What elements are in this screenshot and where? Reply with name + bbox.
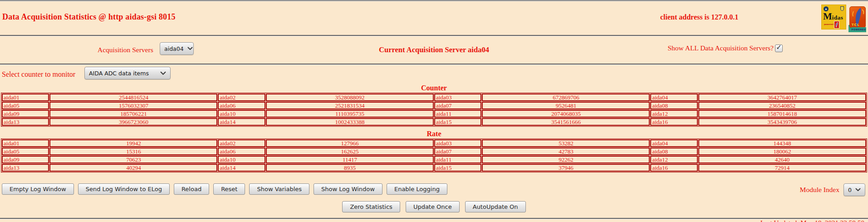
tcl-powered-logo-icon: TCL POWERED [848, 6, 867, 32]
rate-value-cell: 72914 [698, 164, 866, 172]
module-index-select-value: 0 [848, 187, 852, 193]
bottom-horizontal-rule [0, 218, 868, 219]
counter-value-cell: 1110395735 [266, 110, 434, 118]
counter-name-cell: aida14 [218, 118, 265, 126]
counter-value-cell: 2544816524 [49, 94, 217, 101]
rate-name-cell: aida06 [218, 148, 265, 155]
counter-table-row: aida09185706221aida101110395735aida11207… [2, 110, 866, 118]
rate-name-cell: aida16 [650, 164, 697, 172]
rate-name-cell: aida10 [218, 156, 265, 163]
module-index-select[interactable]: 0 [843, 183, 865, 196]
counter-name-cell: aida01 [2, 94, 49, 101]
tcl-label-text: TCL [852, 23, 859, 27]
counter-value-cell: 185706221 [49, 110, 217, 118]
acquisition-server-select[interactable]: aida04 [160, 42, 194, 55]
reset-button[interactable]: Reset [213, 183, 245, 195]
counter-name-cell: aida11 [434, 110, 481, 118]
counter-value-cell: 3543439706 [698, 118, 866, 126]
page-header: Data Acquisition Statistics @ http aidas… [0, 1, 868, 35]
counter-value-cell: 2521831534 [266, 102, 434, 109]
chevron-down-icon [187, 47, 193, 50]
update-button-group: Zero Statistics Update Once AutoUpdate O… [0, 201, 868, 212]
counter-monitor-select-value: AIDA ADC data items [89, 70, 149, 77]
acquisition-server-select-value: aida04 [164, 45, 184, 52]
rate-value-cell: 37946 [482, 164, 650, 172]
last-updated-text: Last Updated: May 18, 2021 22:58:50 [0, 219, 864, 222]
rate-name-cell: aida09 [2, 156, 49, 163]
log-toolbar-row: Empty Log Window Send Log Window to ELog… [0, 183, 868, 196]
tcl-logo-body: TCL [849, 6, 866, 28]
rate-value-cell: 42783 [482, 148, 650, 155]
zero-statistics-button[interactable]: Zero Statistics [342, 201, 400, 212]
counter-table-row: aida012544816524aida023528088092aida0367… [2, 94, 866, 101]
rate-name-cell: aida04 [650, 139, 697, 147]
rate-table: aida0119942aida02127966aida0353282aida04… [1, 138, 867, 173]
counter-table: aida012544816524aida023528088092aida0367… [1, 93, 867, 127]
chevron-down-icon [160, 71, 166, 75]
counter-monitor-label: Select counter to monitor [2, 70, 75, 79]
module-index-label: Module Index [800, 186, 839, 194]
rate-value-cell: 180062 [698, 148, 866, 155]
rate-name-cell: aida12 [650, 156, 697, 163]
counter-value-cell: 3966723060 [49, 118, 217, 126]
empty-log-window-button[interactable]: Empty Log Window [2, 183, 74, 195]
rate-table-row: aida0970623aida1011417aida1192262aida124… [2, 156, 866, 163]
midas-feather-icon [834, 21, 839, 29]
rate-value-cell: 53282 [482, 139, 650, 147]
rate-table-row: aida0515316aida06162625aida0742783aida08… [2, 148, 866, 155]
counter-name-cell: aida08 [650, 102, 697, 109]
rate-name-cell: aida07 [434, 148, 481, 155]
page-title: Data Acquisition Statistics @ http aidas… [2, 12, 176, 22]
rate-table-row: aida0119942aida02127966aida0353282aida04… [2, 139, 866, 147]
rate-value-cell: 19942 [49, 139, 217, 147]
counter-value-cell: 3541561666 [482, 118, 650, 126]
counter-name-cell: aida04 [650, 94, 697, 101]
counter-value-cell: 1587014618 [698, 110, 866, 118]
show-log-window-button[interactable]: Show Log Window [314, 183, 383, 195]
show-variables-button[interactable]: Show Variables [249, 183, 309, 195]
check-icon: ✓ [776, 44, 782, 51]
logo-group: ▲ Midas powered by TCL POW [821, 5, 867, 32]
rate-name-cell: aida02 [218, 139, 265, 147]
counter-value-cell: 3642764017 [698, 94, 866, 101]
rate-value-cell: 42640 [698, 156, 866, 163]
rate-value-cell: 144348 [698, 139, 866, 147]
rate-value-cell: 40294 [49, 164, 217, 172]
counter-name-cell: aida07 [434, 102, 481, 109]
autoupdate-on-button[interactable]: AutoUpdate On [465, 201, 526, 212]
counter-value-cell: 3528088092 [266, 94, 434, 101]
rate-name-cell: aida05 [2, 148, 49, 155]
counter-value-cell: 236540852 [698, 102, 866, 109]
module-index-group: Module Index 0 [800, 183, 865, 196]
counter-name-cell: aida09 [2, 110, 49, 118]
counter-value-cell: 1002433388 [266, 118, 434, 126]
show-all-checkbox[interactable]: ✓ [775, 44, 783, 52]
counter-name-cell: aida03 [434, 94, 481, 101]
rate-value-cell: 11417 [266, 156, 434, 163]
counter-table-row: aida051576032307aida062521831534aida0795… [2, 102, 866, 109]
show-all-group: Show ALL Data Acquisition Servers? ✓ [667, 44, 783, 52]
counter-table-row: aida133966723060aida141002433388aida1535… [2, 118, 866, 126]
reload-button[interactable]: Reload [174, 183, 209, 195]
midas-logo-icon: ▲ Midas powered by [821, 5, 846, 30]
counter-name-cell: aida06 [218, 102, 265, 109]
counter-name-cell: aida16 [650, 118, 697, 126]
rate-name-cell: aida03 [434, 139, 481, 147]
counter-name-cell: aida10 [218, 110, 265, 118]
tcl-powered-text: POWERED [851, 27, 866, 32]
counter-monitor-select[interactable]: AIDA ADC data items [84, 67, 171, 79]
counter-name-cell: aida13 [2, 118, 49, 126]
acquisition-servers-label: Acquisition Servers [98, 46, 153, 54]
rate-value-cell: 70623 [49, 156, 217, 163]
rate-table-title: Rate [0, 130, 868, 138]
midas-triangle-glyph: ▲ [825, 8, 827, 10]
send-log-window-to-elog-button[interactable]: Send Log Window to ELog [78, 183, 170, 195]
midas-logo-text: Midas [823, 11, 843, 22]
counter-name-cell: aida05 [2, 102, 49, 109]
counter-table-title: Counter [0, 84, 868, 92]
enable-logging-button[interactable]: Enable Logging [387, 183, 447, 195]
daq-statistics-page: Data Acquisition Statistics @ http aidas… [0, 0, 868, 222]
acquisition-server-row: Acquisition Servers aida04 Current Acqui… [0, 36, 868, 64]
update-once-button[interactable]: Update Once [406, 201, 460, 212]
counter-monitor-row: Select counter to monitor AIDA ADC data … [0, 65, 868, 84]
